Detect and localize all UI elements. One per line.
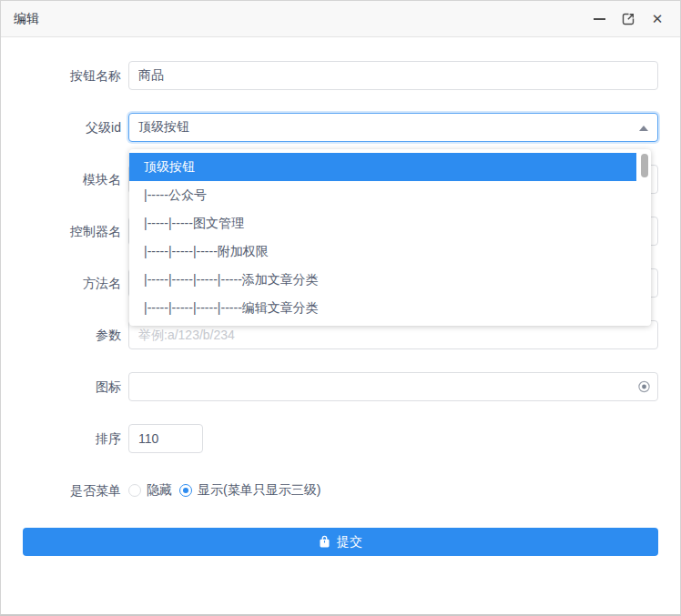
- minimize-button[interactable]: [591, 11, 607, 27]
- minimize-icon: [594, 18, 605, 20]
- is-menu-radio-group: 隐藏 显示(菜单只显示三级): [128, 476, 658, 505]
- parent-id-select[interactable]: 顶级按钮: [128, 113, 658, 142]
- parent-id-selected-value: 顶级按钮: [138, 119, 189, 136]
- radio-show[interactable]: 显示(菜单只显示三级): [179, 482, 320, 499]
- window-controls: ✕: [591, 11, 666, 27]
- sort-input[interactable]: [128, 424, 203, 453]
- module-name-label: 模块名: [23, 165, 128, 194]
- button-name-input[interactable]: [128, 61, 658, 90]
- params-label: 参数: [23, 320, 128, 349]
- maximize-button[interactable]: [620, 11, 636, 27]
- icon-label: 图标: [23, 372, 128, 401]
- maximize-icon: [622, 13, 635, 25]
- radio-checked-icon: [179, 484, 192, 497]
- window-title: 编辑: [14, 11, 39, 27]
- dropdown-option[interactable]: |-----|-----|-----|-----编辑文章分类: [129, 294, 651, 322]
- dropdown-scrollbar-thumb[interactable]: [641, 154, 648, 177]
- sort-label: 排序: [23, 424, 128, 453]
- close-button[interactable]: ✕: [649, 11, 666, 27]
- submit-button-label: 提交: [337, 534, 362, 550]
- edit-dialog-window: 编辑 ✕ 按钮名称 父级id: [0, 0, 681, 616]
- is-menu-label: 是否菜单: [23, 476, 128, 505]
- button-name-label: 按钮名称: [23, 61, 128, 90]
- edit-form: 按钮名称 父级id 顶级按钮 顶级按钮 |-----公众号 |-----|---…: [1, 37, 680, 556]
- dropdown-option[interactable]: |-----|-----图文管理: [129, 209, 651, 237]
- form-row-sort: 排序: [23, 424, 658, 453]
- controller-name-label: 控制器名: [23, 217, 128, 246]
- form-row-button-name: 按钮名称: [23, 61, 658, 90]
- icon-input[interactable]: [128, 372, 658, 401]
- dot-circle-icon[interactable]: [637, 380, 651, 394]
- dropdown-option[interactable]: |-----公众号: [129, 181, 651, 209]
- parent-id-dropdown: 顶级按钮 |-----公众号 |-----|-----图文管理 |-----|-…: [129, 149, 651, 326]
- radio-show-label: 显示(菜单只显示三级): [198, 482, 320, 499]
- parent-id-label: 父级id: [23, 113, 128, 142]
- close-icon: ✕: [652, 12, 664, 25]
- dropdown-option[interactable]: |-----|-----|-----|-----添加文章分类: [129, 266, 651, 294]
- bag-icon: [319, 535, 330, 549]
- form-row-is-menu: 是否菜单 隐藏 显示(菜单只显示三级): [23, 476, 658, 505]
- form-row-parent-id: 父级id 顶级按钮 顶级按钮 |-----公众号 |-----|-----图文管…: [23, 113, 658, 142]
- radio-unchecked-icon: [128, 484, 141, 497]
- method-name-label: 方法名: [23, 268, 128, 298]
- dropdown-option[interactable]: |-----|-----|-----附加权限: [129, 237, 651, 266]
- title-bar: 编辑 ✕: [1, 1, 680, 37]
- form-row-icon: 图标: [23, 372, 658, 401]
- submit-button[interactable]: 提交: [23, 528, 658, 556]
- caret-up-icon: [639, 126, 648, 131]
- radio-hide[interactable]: 隐藏: [128, 482, 172, 499]
- radio-hide-label: 隐藏: [147, 482, 172, 499]
- dropdown-option[interactable]: 顶级按钮: [129, 153, 636, 181]
